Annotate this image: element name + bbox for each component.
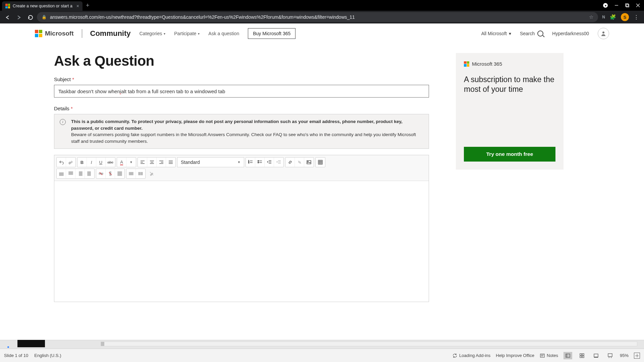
horizontal-scrollbar[interactable] (101, 342, 637, 346)
font-color-dropdown[interactable]: ▼ (126, 158, 136, 167)
tab-title: Create a new question or start a (13, 4, 74, 8)
rich-text-editor: B I U abc A ▼ (54, 155, 429, 302)
maximize-icon[interactable] (625, 3, 629, 7)
svg-rect-34 (318, 160, 322, 164)
address-bar[interactable]: 🔒 answers.microsoft.com/en-us/newthread?… (37, 12, 598, 22)
page-title: Ask a Question (54, 53, 429, 69)
language-indicator[interactable]: English (U.S.) (34, 353, 61, 358)
redo-button[interactable] (66, 158, 75, 167)
clear-format-button[interactable] (147, 169, 156, 178)
url-text: answers.microsoft.com/en-us/newthread?th… (50, 14, 586, 20)
paragraph-style-dropdown[interactable]: Standard ▼ (177, 157, 244, 167)
loading-addins-status[interactable]: Loading Add-ins (452, 353, 490, 358)
search-icon (537, 31, 543, 37)
editor-textarea[interactable] (54, 181, 429, 302)
close-tab-icon[interactable]: × (76, 3, 79, 9)
username-label[interactable]: Hyperdarkness00 (552, 31, 589, 36)
svg-rect-42 (69, 172, 73, 175)
align-justify-button[interactable] (166, 158, 175, 167)
image-button[interactable] (304, 158, 314, 167)
new-tab-button[interactable]: + (86, 2, 90, 9)
microsoft-logo[interactable]: Microsoft (35, 30, 74, 37)
subject-input[interactable]: Taskbar doesn't show when i alt tab from… (54, 85, 429, 98)
browser-tab-active[interactable]: Create a new question or start a × (2, 1, 83, 11)
svg-rect-48 (88, 172, 91, 176)
align-center-button[interactable] (147, 158, 157, 167)
nav-all-microsoft[interactable]: All Microsoft▾ (481, 31, 511, 36)
community-link[interactable]: Community (90, 29, 131, 38)
privacy-notice: i This is a public community. To protect… (54, 114, 429, 149)
sync-icon[interactable]: ▾ (603, 3, 608, 8)
main-column: Ask a Question Subject * Taskbar doesn't… (54, 53, 429, 302)
underline-button[interactable]: U (96, 158, 106, 167)
font-color-button[interactable]: A (117, 158, 126, 167)
header-divider (82, 29, 82, 38)
required-marker: * (72, 76, 74, 82)
nav-reload-button[interactable] (25, 12, 35, 22)
site-header: Microsoft Community Categories▾ Particip… (0, 23, 644, 44)
slideshow-button[interactable] (606, 352, 614, 359)
window-controls: ▾ (603, 3, 644, 8)
zoom-level[interactable]: 95% (620, 353, 629, 358)
powerpoint-strip (0, 340, 644, 349)
notice-body-text: Beware of scammers posting fake support … (71, 132, 416, 144)
svg-rect-70 (580, 356, 582, 358)
dropdown-triangle-icon: ▼ (237, 161, 240, 164)
ordered-list-button[interactable]: 12 (246, 158, 255, 167)
chevron-down-icon: ▾ (509, 31, 511, 36)
microsoft-wordmark: Microsoft (45, 30, 74, 37)
extensions-icon[interactable]: 🧩 (610, 14, 616, 20)
indent-button[interactable] (274, 158, 283, 167)
table-col-right-button (85, 169, 94, 178)
close-window-icon[interactable] (636, 3, 640, 7)
svg-rect-39 (59, 173, 63, 176)
unlink-button[interactable] (295, 158, 304, 167)
align-right-button[interactable] (157, 158, 166, 167)
profile-avatar[interactable]: S (621, 13, 629, 21)
fit-to-window-button[interactable] (634, 353, 640, 359)
browser-tabstrip: Create a new question or start a × + ▾ (0, 0, 644, 11)
svg-rect-66 (566, 354, 570, 357)
merge-cells-button (126, 169, 136, 178)
svg-text:2: 2 (248, 162, 249, 164)
bookmark-star-icon[interactable]: ☆ (589, 14, 593, 20)
microsoft-logo-icon (464, 61, 469, 67)
promo-headline: A subscription to make the most of your … (464, 75, 555, 94)
svg-rect-1 (626, 4, 628, 6)
nav-forward-button[interactable] (14, 12, 23, 22)
normal-view-button[interactable] (564, 352, 572, 359)
align-left-button[interactable] (138, 158, 147, 167)
browser-menu-icon[interactable]: ⋮ (634, 14, 639, 20)
table-row-above-button (57, 169, 66, 178)
reading-view-button[interactable] (592, 352, 600, 359)
link-button[interactable] (285, 158, 295, 167)
extension-badge[interactable]: N (602, 15, 605, 19)
buy-microsoft365-button[interactable]: Buy Microsoft 365 (248, 28, 296, 39)
slide-sorter-view-button[interactable] (578, 352, 586, 359)
outdent-button[interactable] (265, 158, 274, 167)
insert-table-button[interactable] (316, 158, 325, 167)
nav-back-button[interactable] (3, 12, 12, 22)
slide-thumbnail[interactable] (17, 340, 45, 347)
user-avatar[interactable] (598, 28, 609, 39)
slide-counter[interactable]: Slide 1 of 10 (4, 353, 28, 358)
scrollbar-thumb[interactable] (101, 342, 104, 346)
help-improve-link[interactable]: Help Improve Office (496, 353, 534, 358)
italic-button[interactable]: I (87, 158, 96, 167)
svg-point-24 (258, 162, 259, 163)
required-marker: * (71, 106, 73, 111)
nav-categories[interactable]: Categories▾ (140, 31, 166, 36)
minimize-icon[interactable] (614, 3, 619, 7)
chevron-down-icon: ▾ (164, 32, 165, 36)
svg-rect-60 (139, 172, 140, 175)
search-button[interactable]: Search (520, 31, 543, 37)
unordered-list-button[interactable] (255, 158, 265, 167)
nav-ask-question[interactable]: Ask a question (208, 31, 239, 36)
undo-button[interactable] (57, 158, 66, 167)
strikethrough-button[interactable]: abc (106, 158, 115, 167)
notes-toggle[interactable]: Notes (540, 353, 558, 358)
bold-button[interactable]: B (77, 158, 87, 167)
try-free-button[interactable]: Try one month free (464, 147, 555, 162)
table-col-left-button (75, 169, 85, 178)
nav-participate[interactable]: Participate▾ (174, 31, 200, 36)
